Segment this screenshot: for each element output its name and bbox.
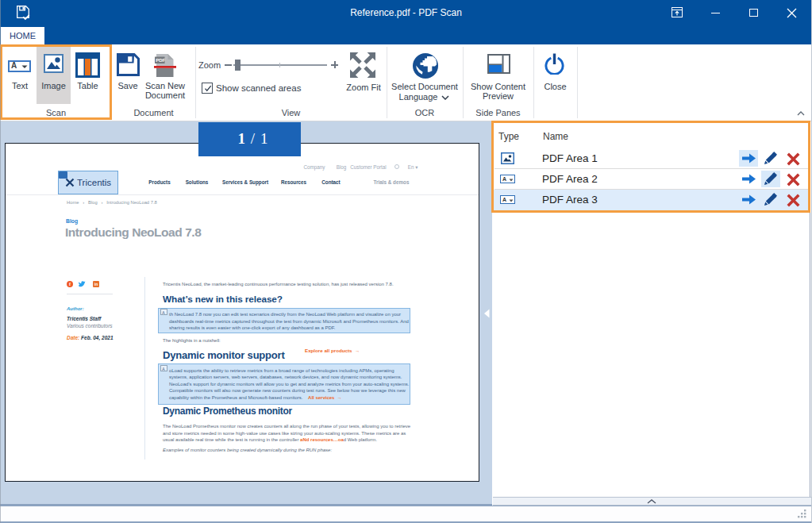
svg-text:PDF: PDF — [156, 58, 165, 63]
